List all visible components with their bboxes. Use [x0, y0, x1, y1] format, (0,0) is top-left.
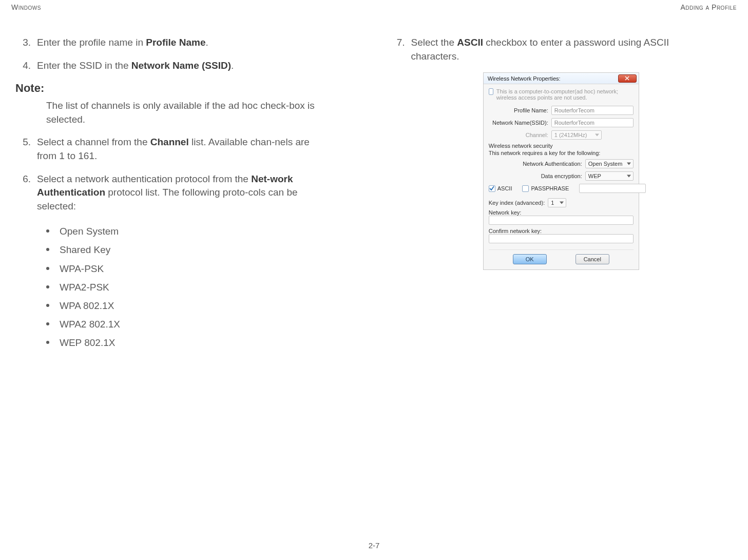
step-3: 3. Enter the profile name in Profile Nam… — [15, 36, 318, 50]
key-index-label: Key index (advanced): — [489, 200, 545, 206]
step-4: 4. Enter the SSID in the Network Name (S… — [15, 59, 318, 73]
note-body: The list of channels is only available i… — [46, 99, 323, 126]
channel-value: 1 (2412MHz) — [554, 132, 587, 138]
ok-button[interactable]: OK — [513, 254, 547, 264]
step-text: Select a channel from the Channel list. … — [37, 136, 318, 163]
text-pre: Enter the profile name in — [37, 37, 146, 48]
channel-row: Channel: 1 (2412MHz) — [489, 130, 634, 140]
passphrase-input[interactable] — [579, 184, 646, 193]
wireless-properties-dialog: Wireless Network Properties: This is a c… — [483, 72, 639, 270]
chevron-down-icon — [560, 202, 564, 204]
channel-label: Channel: — [489, 132, 548, 138]
text-bold: ASCII — [457, 37, 483, 48]
list-item: WPA2 802.1X — [46, 315, 359, 334]
right-column: 7. Select the ASCII checkbox to enter a … — [390, 36, 733, 352]
security-section-label: Wireless network security — [489, 143, 634, 149]
list-item: WPA 802.1X — [46, 297, 359, 315]
ssid-input[interactable] — [551, 118, 634, 127]
text-post: . — [231, 60, 234, 71]
profile-name-input[interactable] — [551, 106, 634, 115]
note-heading: Note: — [15, 82, 359, 95]
auth-row: Network Authentication: Open System — [489, 159, 634, 168]
cancel-button[interactable]: Cancel — [576, 254, 609, 264]
dialog-buttons: OK Cancel — [489, 249, 634, 264]
step-number: 4. — [15, 59, 31, 73]
dialog-titlebar[interactable]: Wireless Network Properties: — [484, 73, 639, 84]
adhoc-text: This is a computer-to-computer(ad hoc) n… — [496, 88, 634, 101]
profile-name-label: Profile Name: — [489, 107, 548, 113]
auth-value: Open System — [588, 161, 623, 167]
step-6: 6. Select a network authentication proto… — [15, 172, 318, 214]
confirm-key-input[interactable] — [489, 234, 634, 243]
step-number: 5. — [15, 136, 31, 163]
adhoc-row: This is a computer-to-computer(ad hoc) n… — [489, 88, 634, 101]
text-pre: Select the — [411, 37, 457, 48]
list-item: WPA2-PSK — [46, 278, 359, 297]
ascii-label: ASCII — [497, 185, 512, 191]
text-pre: Enter the SSID in the — [37, 60, 131, 71]
header-right: Adding a Profile — [681, 3, 737, 11]
text-pre: Select a network authentication protocol… — [37, 173, 251, 184]
encrypt-value: WEP — [588, 173, 601, 179]
key-index-value: 1 — [551, 200, 554, 206]
step-number: 7. — [390, 36, 405, 63]
profile-name-row: Profile Name: — [489, 106, 634, 115]
channel-select[interactable]: 1 (2412MHz) — [551, 130, 602, 140]
ssid-row: Network Name(SSID): — [489, 118, 634, 127]
key-index-select[interactable]: 1 — [548, 198, 566, 207]
encrypt-label: Data encryption: — [541, 173, 582, 179]
step-number: 6. — [15, 172, 31, 214]
chevron-down-icon — [595, 134, 599, 137]
protocol-list: Open System Shared Key WPA-PSK WPA2-PSK … — [46, 222, 359, 352]
auth-select[interactable]: Open System — [585, 159, 634, 168]
encrypt-row: Data encryption: WEP — [489, 171, 634, 181]
ascii-check: ASCII — [489, 185, 512, 192]
left-column: 3. Enter the profile name in Profile Nam… — [15, 36, 359, 352]
close-icon[interactable] — [618, 74, 637, 83]
passphrase-checkbox[interactable] — [522, 185, 529, 192]
list-item: WPA-PSK — [46, 260, 359, 278]
step-text: Select a network authentication protocol… — [37, 172, 318, 214]
page-number: 2-7 — [0, 541, 748, 550]
network-key-label: Network key: — [489, 209, 634, 216]
text-bold: Network Name (SSID) — [131, 60, 231, 71]
step-text: Select the ASCII checkbox to enter a pas… — [411, 36, 693, 63]
network-key-input[interactable] — [489, 216, 634, 225]
confirm-key-label: Confirm network key: — [489, 228, 634, 234]
text-bold: Profile Name — [146, 37, 205, 48]
passphrase-label: PASSPHRASE — [531, 185, 569, 191]
encrypt-select[interactable]: WEP — [585, 171, 634, 181]
list-item: Open System — [46, 222, 359, 241]
ascii-checkbox[interactable] — [489, 185, 495, 192]
chevron-down-icon — [627, 175, 631, 178]
key-index-row: Key index (advanced): 1 — [489, 198, 634, 207]
security-section-sub: This network requires a key for the foll… — [489, 150, 634, 156]
auth-label: Network Authentication: — [523, 161, 582, 167]
dialog-title: Wireless Network Properties: — [488, 75, 561, 82]
ssid-label: Network Name(SSID): — [489, 120, 548, 126]
chevron-down-icon — [627, 163, 631, 165]
list-item: Shared Key — [46, 241, 359, 259]
step-5: 5. Select a channel from the Channel lis… — [15, 136, 318, 163]
text-bold: Channel — [150, 137, 189, 147]
step-7: 7. Select the ASCII checkbox to enter a … — [390, 36, 693, 63]
step-text: Enter the SSID in the Network Name (SSID… — [37, 59, 318, 73]
ascii-passphrase-row: ASCII PASSPHRASE — [489, 184, 634, 193]
list-item: WEP 802.1X — [46, 334, 359, 352]
text-pre: Select a channel from the — [37, 137, 150, 147]
step-number: 3. — [15, 36, 31, 50]
step-text: Enter the profile name in Profile Name. — [37, 36, 318, 50]
passphrase-check: PASSPHRASE — [522, 185, 569, 192]
adhoc-checkbox[interactable] — [489, 88, 493, 95]
text-post: . — [205, 37, 208, 48]
page-header: Windows Adding a Profile — [10, 0, 738, 11]
header-left: Windows — [11, 3, 41, 11]
